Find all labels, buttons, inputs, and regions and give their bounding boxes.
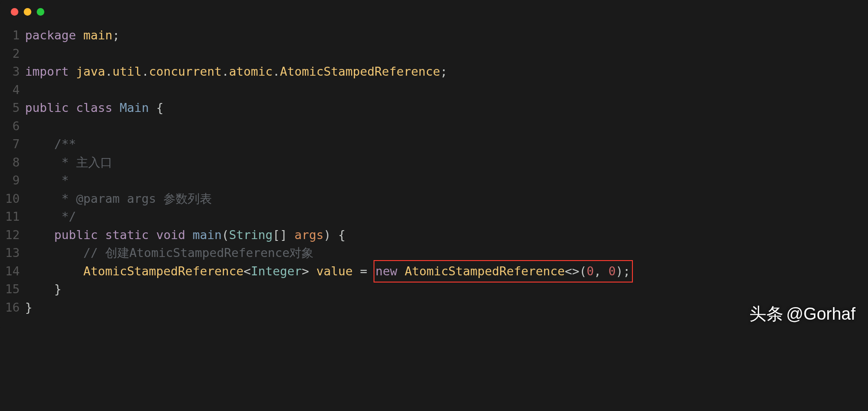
code-token: ; (112, 28, 120, 42)
code-token: . (273, 64, 280, 78)
code-token: public (54, 228, 98, 242)
line-content: * (25, 171, 868, 190)
code-token: } (25, 300, 32, 314)
code-token: 0 (587, 264, 594, 278)
line-content: public static void main(String[] args) { (25, 226, 868, 244)
line-number: 6 (0, 117, 25, 136)
close-icon[interactable] (11, 8, 18, 16)
code-token (25, 282, 54, 296)
code-line: 16} (0, 299, 868, 317)
code-window: 1package main;23import java.util.concurr… (0, 0, 868, 330)
code-token: // 创建AtomicStampedReference对象 (83, 246, 314, 260)
code-token: atomic (229, 64, 273, 78)
line-number: 12 (0, 226, 25, 244)
code-token (25, 210, 61, 223)
code-token (25, 264, 83, 278)
line-content: */ (25, 208, 868, 226)
code-token: } (54, 282, 61, 296)
code-line: 8 * 主入口 (0, 154, 868, 172)
code-line: 11 */ (0, 208, 868, 226)
line-number: 3 (0, 63, 25, 81)
code-token: void (156, 228, 185, 242)
code-line: 10 * @param args 参数列表 (0, 190, 868, 208)
code-token: . (222, 64, 229, 78)
line-content: /** (25, 135, 868, 154)
line-number: 4 (0, 81, 25, 99)
code-token (98, 228, 105, 242)
code-token: , (594, 264, 609, 278)
line-content: * @param args 参数列表 (25, 190, 868, 208)
code-token: ( (222, 228, 229, 242)
watermark: 头条 @Gorhaf (749, 303, 855, 325)
line-content: // 创建AtomicStampedReference对象 (25, 244, 868, 262)
code-line: 5public class Main { (0, 99, 868, 117)
code-token (25, 137, 54, 151)
code-token (76, 28, 83, 42)
line-number: 5 (0, 99, 25, 117)
code-token (112, 101, 120, 115)
maximize-icon[interactable] (37, 8, 44, 16)
code-token: /** (54, 137, 76, 151)
code-line: 4 (0, 81, 868, 99)
code-token: concurrent (149, 64, 222, 78)
code-token (149, 228, 156, 242)
highlight-box: new AtomicStampedReference<>(0, 0); (374, 260, 633, 283)
code-token (25, 228, 54, 242)
line-number: 7 (0, 135, 25, 154)
code-token (397, 264, 404, 278)
code-token: value (316, 264, 352, 278)
code-token (69, 101, 76, 115)
code-line: 9 * (0, 171, 868, 190)
code-line: 13 // 创建AtomicStampedReference对象 (0, 244, 868, 262)
code-token: static (105, 228, 149, 242)
code-token: > (302, 264, 317, 278)
code-token: main (83, 28, 112, 42)
line-number: 1 (0, 26, 25, 45)
code-token: java (76, 64, 105, 78)
code-token: * (61, 173, 69, 187)
code-token: String (229, 228, 273, 242)
watermark-handle: @Gorhaf (786, 304, 855, 324)
code-token: 0 (609, 264, 616, 278)
code-token: { (156, 101, 163, 115)
minimize-icon[interactable] (24, 8, 31, 16)
line-content: public class Main { (25, 99, 868, 117)
code-line: 14 AtomicStampedReference<Integer> value… (0, 262, 868, 281)
code-line: 12 public static void main(String[] args… (0, 226, 868, 244)
line-content: package main; (25, 26, 868, 45)
code-token (149, 101, 156, 115)
line-number: 16 (0, 299, 25, 317)
code-token: Integer (251, 264, 302, 278)
watermark-prefix: 头条 (749, 303, 783, 325)
code-editor[interactable]: 1package main;23import java.util.concurr… (0, 22, 868, 330)
code-token: ) { (324, 228, 346, 242)
line-content: } (25, 280, 868, 299)
code-token: ; (440, 64, 447, 78)
line-content: } (25, 299, 868, 317)
code-token: Main (120, 101, 149, 115)
code-token: . (142, 64, 149, 78)
code-line: 3import java.util.concurrent.atomic.Atom… (0, 63, 868, 81)
line-number: 8 (0, 154, 25, 172)
code-token: new (375, 264, 397, 278)
line-number: 9 (0, 171, 25, 190)
code-token: <>( (565, 264, 587, 278)
line-content (25, 117, 868, 136)
line-content (25, 45, 868, 63)
code-line: 6 (0, 117, 868, 136)
code-token (25, 173, 61, 187)
line-number: 13 (0, 244, 25, 262)
code-token: ); (616, 264, 631, 278)
code-token: class (76, 101, 112, 115)
line-number: 10 (0, 190, 25, 208)
code-token: = (360, 264, 367, 278)
line-content: * 主入口 (25, 154, 868, 172)
code-token: package (25, 28, 76, 42)
code-token: util (112, 64, 142, 78)
code-token (69, 64, 76, 78)
code-token: AtomicStampedReference (404, 264, 565, 278)
line-number: 11 (0, 208, 25, 226)
code-token: args (295, 228, 324, 242)
line-number: 2 (0, 45, 25, 63)
code-line: 7 /** (0, 135, 868, 154)
